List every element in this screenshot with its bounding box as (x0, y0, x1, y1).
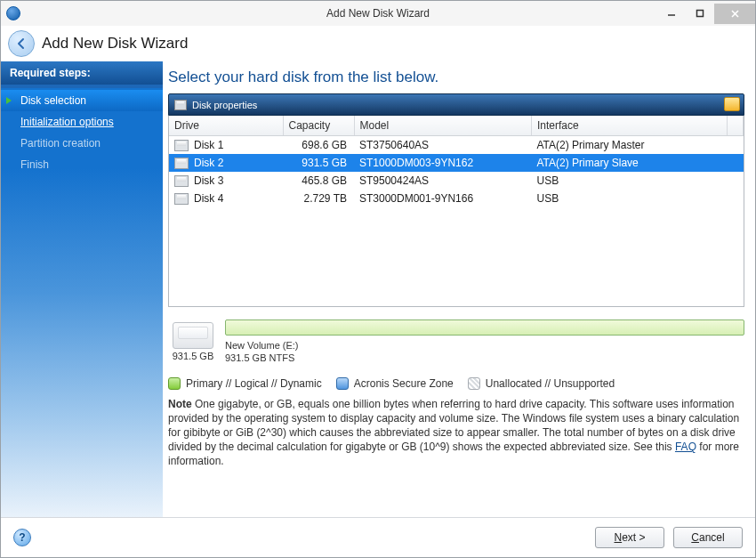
drive-icon (174, 140, 189, 151)
col-spacer (728, 116, 744, 136)
volume-disk-icon-area: 931.5 GB (168, 319, 218, 365)
main-panel: Select your hard disk from the list belo… (163, 61, 755, 517)
help-button[interactable]: ? (13, 529, 31, 546)
drive-name: Disk 1 (194, 139, 223, 151)
legend-acronis: Acronis Secure Zone (336, 377, 454, 390)
drive-icon (174, 193, 189, 205)
sidebar-steps: Disk selection Initialization options Pa… (1, 85, 163, 181)
volume-preview: 931.5 GB New Volume (E:) 931.5 GB NTFS (168, 319, 744, 365)
drive-interface: USB (532, 172, 728, 190)
volume-name: New Volume (E:) (225, 339, 744, 352)
col-drive[interactable]: Drive (169, 116, 283, 136)
footer: ? Next > Cancel (1, 517, 755, 557)
col-interface[interactable]: Interface (532, 116, 728, 136)
sidebar: Required steps: Disk selection Initializ… (1, 61, 163, 517)
wizard-window: Add New Disk Wizard Add New Disk Wizard … (0, 0, 756, 558)
disk-list-header-row: Drive Capacity Model Interface (169, 116, 744, 136)
note-part1: One gigabyte, or GB, equals one billion … (168, 398, 739, 454)
disk-graphic-icon (173, 322, 213, 349)
faq-link[interactable]: FAQ (675, 441, 696, 453)
drive-capacity: 465.8 GB (283, 172, 354, 190)
disk-columns-button[interactable] (724, 97, 740, 111)
drive-capacity: 698.6 GB (283, 136, 354, 155)
drive-model: ST9500424AS (354, 172, 532, 190)
sidebar-step-label: Initialization options (20, 116, 114, 128)
back-button[interactable] (8, 30, 35, 57)
disk-row[interactable]: Disk 3 465.8 GB ST9500424AS USB (169, 172, 744, 190)
drive-model: ST1000DM003-9YN162 (354, 154, 532, 172)
cancel-button[interactable]: Cancel (673, 527, 743, 548)
note-bold: Note (168, 398, 192, 410)
legend-unallocated: Unallocated // Unsupported (468, 377, 615, 390)
drive-interface: USB (532, 190, 728, 207)
window-title: Add New Disk Wizard (1, 7, 755, 20)
cancel-rest: ancel (699, 531, 725, 544)
legend-swatch-blue (336, 377, 349, 390)
legend-primary: Primary // Logical // Dynamic (168, 377, 322, 390)
col-model[interactable]: Model (354, 116, 532, 136)
disk-row[interactable]: Disk 1 698.6 GB ST3750640AS ATA(2) Prima… (169, 136, 744, 155)
drive-capacity: 2.729 TB (283, 190, 354, 207)
wizard-title: Add New Disk Wizard (42, 35, 188, 53)
drive-capacity: 931.5 GB (283, 154, 354, 172)
next-button[interactable]: Next > (595, 527, 664, 548)
drive-icon (174, 158, 189, 169)
sidebar-step-partition-creation: Partition creation (1, 133, 163, 154)
titlebar: Add New Disk Wizard (1, 1, 755, 26)
sidebar-step-disk-selection[interactable]: Disk selection (1, 90, 163, 111)
legend-label: Unallocated // Unsupported (486, 377, 615, 390)
volume-detail: 931.5 GB NTFS (225, 352, 744, 364)
sidebar-step-label: Partition creation (20, 137, 101, 150)
legend-swatch-hatch (468, 377, 480, 390)
page-heading: Select your hard disk from the list belo… (168, 69, 744, 86)
col-capacity[interactable]: Capacity (283, 116, 354, 136)
sidebar-step-label: Disk selection (20, 94, 86, 107)
disk-list[interactable]: Drive Capacity Model Interface Disk 1 69… (168, 116, 744, 307)
sidebar-header: Required steps: (1, 61, 163, 85)
sidebar-step-initialization-options[interactable]: Initialization options (1, 111, 163, 133)
cancel-mnemonic: C (691, 531, 699, 544)
drive-name: Disk 3 (194, 174, 223, 187)
next-rest: ext > (622, 531, 645, 544)
disk-properties-label: Disk properties (192, 100, 257, 110)
drive-model: ST3000DM001-9YN166 (354, 190, 532, 207)
drive-model: ST3750640AS (354, 136, 532, 155)
drive-interface: ATA(2) Primary Master (532, 136, 728, 155)
disk-properties-icon (174, 100, 187, 110)
disk-properties-bar: Disk properties (168, 93, 744, 116)
next-mnemonic: N (614, 531, 622, 544)
legend-swatch-green (168, 377, 181, 390)
legend: Primary // Logical // Dynamic Acronis Se… (168, 377, 744, 390)
legend-label: Acronis Secure Zone (354, 377, 454, 390)
disk-row[interactable]: Disk 4 2.729 TB ST3000DM001-9YN166 USB (169, 190, 744, 207)
legend-label: Primary // Logical // Dynamic (186, 377, 322, 390)
volume-total-size: 931.5 GB (173, 351, 213, 361)
disk-row[interactable]: Disk 2 931.5 GB ST1000DM003-9YN162 ATA(2… (169, 154, 744, 172)
drive-interface: ATA(2) Primary Slave (532, 154, 728, 172)
wizard-header: Add New Disk Wizard (1, 26, 755, 61)
drive-icon (174, 175, 189, 187)
drive-name: Disk 2 (194, 157, 223, 169)
drive-name: Disk 4 (194, 192, 223, 205)
sidebar-step-finish: Finish (1, 154, 163, 175)
note-text: Note One gigabyte, or GB, equals one bil… (168, 397, 744, 469)
sidebar-step-label: Finish (20, 158, 49, 171)
wizard-body: Required steps: Disk selection Initializ… (1, 61, 755, 517)
volume-bar[interactable] (225, 319, 744, 336)
